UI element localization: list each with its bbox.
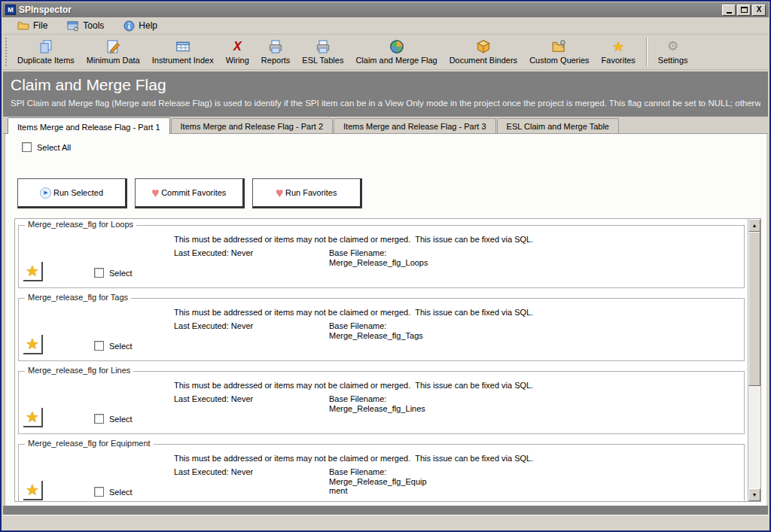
select-label: Select	[109, 342, 133, 351]
select-row: Select	[94, 414, 133, 424]
toolbar-duplicate-items[interactable]: Duplicate Items	[11, 35, 81, 69]
toolbar-minimum-data[interactable]: Minimum Data	[81, 35, 146, 69]
toolbar-separator	[646, 38, 648, 66]
close-icon: X	[757, 6, 762, 14]
toolbar-custom-queries[interactable]: Custom Queries	[523, 35, 595, 69]
toolbar: Duplicate Items Minimum Data Instrument …	[2, 35, 769, 70]
bottom-strip	[3, 506, 768, 515]
star-icon: ★	[26, 482, 39, 498]
select-label: Select	[109, 488, 133, 497]
menu-tools[interactable]: Tools	[61, 19, 110, 33]
toolbar-instrument-index[interactable]: Instrument Index	[146, 35, 220, 69]
group-message: This must be addressed or items may not …	[174, 308, 533, 317]
toolbar-label: ESL Tables	[302, 56, 343, 65]
toolbar-reports[interactable]: Reports	[255, 35, 297, 69]
select-all-checkbox[interactable]	[22, 142, 32, 152]
tabstrip: Items Merge and Release Flag - Part 1 It…	[3, 117, 768, 134]
menu-help[interactable]: Help	[117, 19, 163, 33]
group-message: This must be addressed or items may not …	[174, 381, 533, 390]
select-checkbox[interactable]	[94, 487, 104, 497]
select-all-label: Select All	[37, 143, 71, 152]
toolbar-label: Claim and Merge Flag	[355, 56, 437, 65]
instrument-index-icon	[175, 39, 190, 54]
run-selected-button[interactable]: ▶ Run Selected	[17, 178, 127, 208]
app-icon: M	[5, 5, 16, 15]
statusbar	[2, 515, 769, 530]
toolbar-settings[interactable]: ⚙ Settings	[652, 35, 694, 69]
item-group-lines: Merge_release_flg for Lines This must be…	[18, 371, 745, 434]
select-checkbox[interactable]	[94, 341, 104, 351]
group-message: This must be addressed or items may not …	[174, 235, 533, 244]
group-message: This must be addressed or items may not …	[174, 454, 533, 463]
group-title: Merge_release_flg for Tags	[25, 293, 131, 302]
tab-items-merge-part2[interactable]: Items Merge and Release Flag - Part 2	[171, 118, 334, 133]
toolbar-label: Instrument Index	[152, 56, 214, 65]
window-title: SPInspector	[19, 5, 721, 15]
last-executed: Last Executed: Never	[174, 467, 253, 476]
scroll-up-button[interactable]: ▲	[748, 219, 760, 232]
base-filename-value: Merge_Release_flg_Equipment	[329, 477, 431, 495]
toolbar-label: Minimum Data	[87, 56, 140, 65]
toolbar-document-binders[interactable]: Document Binders	[443, 35, 524, 69]
star-icon: ★	[26, 409, 39, 425]
settings-gear-icon: ⚙	[667, 39, 678, 54]
titlebar[interactable]: M SPInspector X	[2, 2, 769, 17]
toolbar-label: Wiring	[226, 56, 249, 65]
toolbar-label: Document Binders	[449, 56, 518, 65]
favorite-star-button[interactable]: ★	[23, 335, 43, 354]
item-group-tags: Merge_release_flg for Tags This must be …	[18, 298, 745, 361]
last-executed: Last Executed: Never	[174, 321, 253, 330]
items-groups: Merge_release_flg for Loops This must be…	[15, 219, 748, 501]
menu-file[interactable]: File	[11, 19, 53, 32]
toolbar-wiring[interactable]: X Wiring	[220, 35, 255, 69]
base-filename-label: Base Filename:	[329, 321, 386, 330]
select-checkbox[interactable]	[94, 414, 104, 424]
star-icon: ★	[26, 336, 39, 352]
toolbar-claim-and-merge-flag[interactable]: Claim and Merge Flag	[349, 35, 443, 69]
page-header: Claim and Merge Flag SPI Claim and Merge…	[3, 71, 768, 117]
select-row: Select	[94, 487, 133, 497]
base-filename-value: Merge_Release_flg_Lines	[329, 404, 431, 413]
wiring-x-icon: X	[233, 39, 242, 54]
base-filename-value: Merge_Release_flg_Tags	[329, 331, 431, 340]
menu-tools-label: Tools	[83, 20, 104, 31]
commit-favorites-button[interactable]: ♥ Commit Favorites	[135, 178, 245, 208]
select-checkbox[interactable]	[94, 268, 104, 278]
tab-items-merge-part3[interactable]: Items Merge and Release Flag - Part 3	[334, 118, 496, 133]
items-list: Merge_release_flg for Loops This must be…	[14, 218, 761, 502]
maximize-icon	[741, 7, 748, 13]
base-filename-label: Base Filename:	[329, 467, 386, 476]
select-row: Select	[94, 341, 133, 351]
menu-help-label: Help	[139, 20, 157, 31]
favorite-star-button[interactable]: ★	[23, 408, 43, 427]
info-icon	[123, 20, 135, 32]
heart-icon: ♥	[152, 187, 160, 198]
base-filename-label: Base Filename:	[329, 394, 386, 403]
tab-esl-claim-merge-table[interactable]: ESL Claim and Merge Table	[497, 118, 619, 133]
toolbar-label: Reports	[261, 56, 291, 65]
last-executed: Last Executed: Never	[174, 248, 253, 257]
document-binders-icon	[476, 39, 491, 54]
minimize-button[interactable]	[722, 5, 736, 16]
base-filename-value: Merge_Release_flg_Loops	[329, 258, 431, 267]
run-favorites-button[interactable]: ♥ Run Favorites	[252, 178, 362, 208]
group-title: Merge_release_flg for Equipment	[25, 439, 154, 448]
close-button[interactable]: X	[752, 5, 766, 16]
select-label: Select	[109, 269, 133, 278]
toolbar-label: Settings	[658, 56, 688, 65]
run-favorites-label: Run Favorites	[285, 188, 337, 197]
maximize-button[interactable]	[737, 5, 751, 16]
favorite-star-button[interactable]: ★	[23, 481, 43, 500]
folder-icon	[17, 20, 29, 31]
group-title: Merge_release_flg for Lines	[25, 366, 133, 375]
toolbar-esl-tables[interactable]: ESL Tables	[296, 35, 349, 69]
toolbar-grip[interactable]	[5, 38, 10, 66]
toolbar-favorites[interactable]: ★ Favorites	[596, 35, 641, 69]
vertical-scrollbar[interactable]: ▲ ▼	[748, 219, 760, 501]
toolbar-label: Custom Queries	[529, 56, 589, 65]
scrollbar-thumb[interactable]	[748, 232, 760, 386]
scroll-down-button[interactable]: ▼	[748, 488, 760, 501]
favorite-star-button[interactable]: ★	[23, 262, 43, 281]
page-description: SPI Claim and Merge flag (Merge and Rele…	[11, 99, 760, 108]
tab-items-merge-part1[interactable]: Items Merge and Release Flag - Part 1	[8, 117, 170, 134]
